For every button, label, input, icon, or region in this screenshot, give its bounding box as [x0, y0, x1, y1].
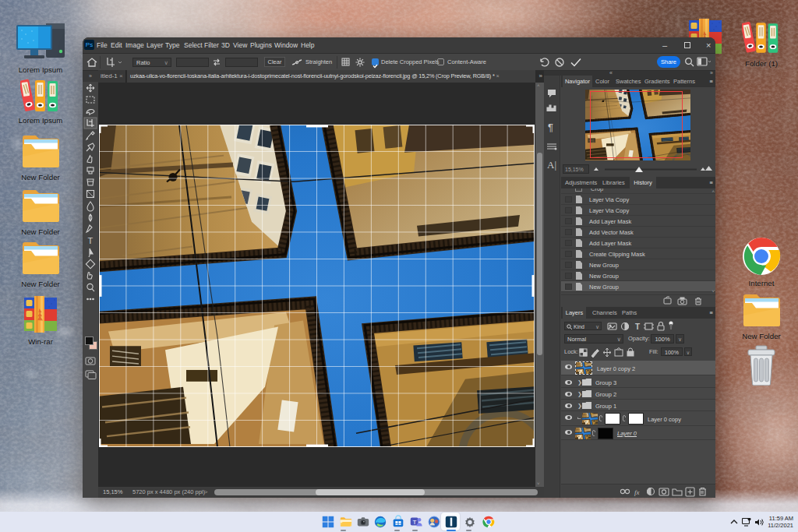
svg-text:fx: fx	[634, 488, 640, 496]
svg-text:A|: A|	[547, 159, 556, 171]
svg-text:T: T	[413, 519, 417, 526]
svg-text:T: T	[88, 236, 94, 245]
svg-text:¶: ¶	[548, 122, 553, 133]
svg-text:T: T	[635, 322, 640, 331]
